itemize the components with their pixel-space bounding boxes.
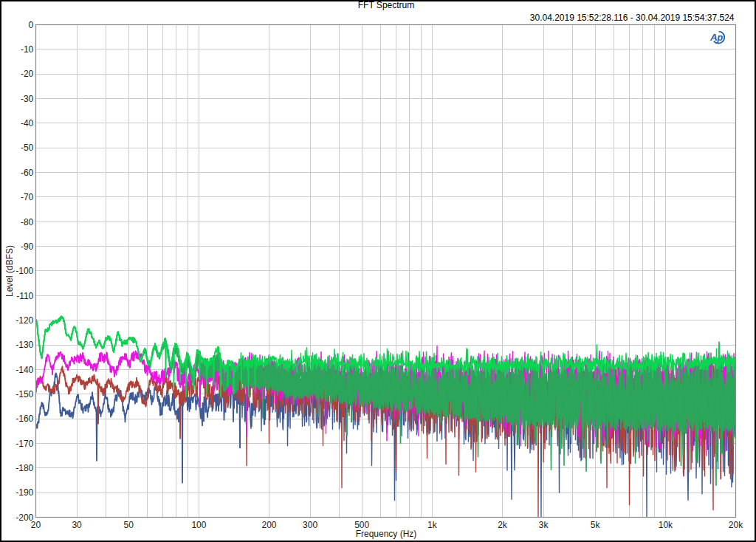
svg-text:-190: -190 <box>16 487 33 498</box>
svg-text:-70: -70 <box>21 192 34 202</box>
svg-text:10k: 10k <box>659 520 673 530</box>
svg-text:100: 100 <box>191 520 206 530</box>
svg-text:5k: 5k <box>591 520 601 530</box>
svg-text:3k: 3k <box>539 520 549 530</box>
svg-text:30.04.2019 15:52:28.116 - 30.0: 30.04.2019 15:52:28.116 - 30.04.2019 15:… <box>530 13 735 23</box>
svg-text:1k: 1k <box>427 520 438 530</box>
svg-text:-120: -120 <box>16 315 33 326</box>
svg-text:20: 20 <box>31 520 41 530</box>
svg-text:-40: -40 <box>21 118 34 128</box>
svg-text:200: 200 <box>261 520 276 530</box>
svg-text:30: 30 <box>72 520 82 530</box>
svg-text:p: p <box>717 32 724 43</box>
svg-text:50: 50 <box>124 520 134 530</box>
svg-text:300: 300 <box>303 520 317 530</box>
svg-text:-180: -180 <box>16 463 33 473</box>
svg-text:-110: -110 <box>16 291 33 301</box>
svg-text:Frequency (Hz): Frequency (Hz) <box>356 529 417 539</box>
svg-text:20k: 20k <box>729 520 743 530</box>
svg-text:-100: -100 <box>16 266 33 276</box>
svg-text:-160: -160 <box>16 414 33 424</box>
svg-text:-90: -90 <box>21 241 34 252</box>
svg-text:-140: -140 <box>16 365 33 375</box>
svg-text:-80: -80 <box>21 217 34 227</box>
svg-text:-150: -150 <box>16 389 33 399</box>
svg-text:-30: -30 <box>21 94 34 104</box>
svg-text:-130: -130 <box>16 340 33 350</box>
svg-text:0: 0 <box>29 20 34 30</box>
svg-text:-170: -170 <box>16 439 33 449</box>
svg-text:-60: -60 <box>21 168 34 178</box>
svg-text:-50: -50 <box>21 143 34 153</box>
svg-text:Level (dBFS): Level (dBFS) <box>4 245 15 297</box>
svg-text:2k: 2k <box>498 520 508 530</box>
svg-text:-10: -10 <box>21 44 34 55</box>
svg-text:A: A <box>709 32 718 43</box>
svg-text:-20: -20 <box>21 69 34 79</box>
svg-text:FFT Spectrum: FFT Spectrum <box>358 0 414 10</box>
